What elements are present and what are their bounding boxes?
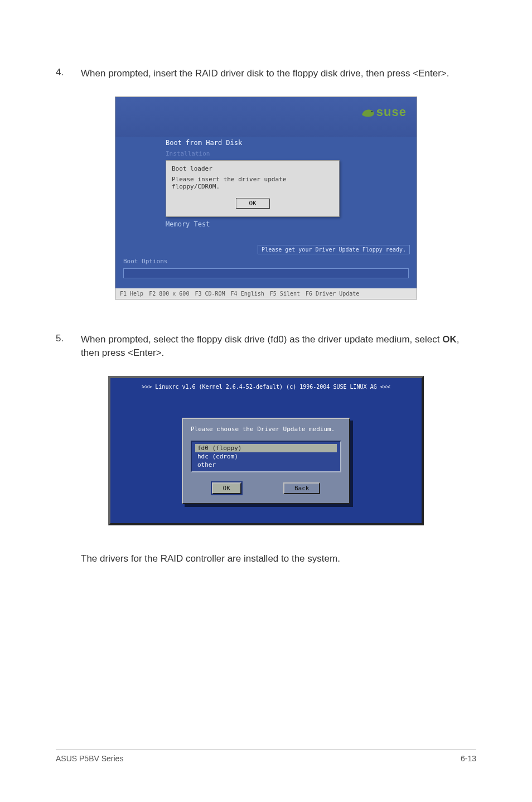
f4-language[interactable]: F4 English <box>231 291 264 297</box>
page-footer: ASUS P5BV Series 6-13 <box>56 749 476 763</box>
ok-button[interactable]: OK <box>236 198 269 209</box>
driver-update-hint: Please get your Driver Update Floppy rea… <box>258 245 410 254</box>
step-number: 4. <box>56 67 81 81</box>
medium-list: fd0 (floppy) hdc (cdrom) other <box>191 441 341 472</box>
step-4: 4. When prompted, insert the RAID driver… <box>56 67 476 81</box>
menu-installation[interactable]: Installation <box>166 148 366 159</box>
f3-cdrom[interactable]: F3 CD-ROM <box>195 291 225 297</box>
suse-logo-text: suse <box>376 105 407 119</box>
svg-point-0 <box>371 110 373 112</box>
f5-silent[interactable]: F5 Silent <box>270 291 300 297</box>
suse-menu: Boot from Hard Disk Installation Boot lo… <box>115 137 417 254</box>
ok-bold: OK <box>442 334 457 345</box>
dialog-buttons: OK Back <box>191 482 341 494</box>
list-item-fd0[interactable]: fd0 (floppy) <box>195 444 337 452</box>
driver-update-dialog: Please choose the Driver Update medium. … <box>182 418 350 504</box>
step-text: When prompted, select the floppy disk dr… <box>81 333 476 360</box>
list-item-hdc[interactable]: hdc (cdrom) <box>195 452 337 461</box>
step-number: 5. <box>56 333 81 360</box>
footer-right: 6-13 <box>461 754 476 763</box>
suse-boot-screen: suse Boot from Hard Disk Installation Bo… <box>115 96 417 299</box>
f6-driver-update[interactable]: F6 Driver Update <box>306 291 359 297</box>
menu-memory-test[interactable]: Memory Test <box>166 217 366 231</box>
suse-chameleon-icon <box>361 106 375 118</box>
dialog-message: Please choose the Driver Update medium. <box>191 426 341 433</box>
bootloader-dialog: Boot loader Please insert the driver upd… <box>166 160 340 217</box>
closing-text: The drivers for the RAID controller are … <box>81 553 476 564</box>
linuxrc-screen: >>> Linuxrc v1.6 (Kernel 2.6.4-52-defaul… <box>108 376 424 525</box>
suse-logo: suse <box>361 105 407 119</box>
back-button[interactable]: Back <box>283 482 321 494</box>
footer-left: ASUS P5BV Series <box>56 754 123 763</box>
dialog-message: Please insert the driver update floppy/C… <box>172 176 333 190</box>
dialog-title: Boot loader <box>172 165 333 172</box>
suse-header: suse <box>115 97 417 137</box>
f1-help[interactable]: F1 Help <box>120 291 143 297</box>
step-5: 5. When prompted, select the floppy disk… <box>56 333 476 360</box>
linuxrc-title: >>> Linuxrc v1.6 (Kernel 2.6.4-52-defaul… <box>110 378 422 418</box>
boot-options-input[interactable] <box>123 268 409 278</box>
menu-boot-hd[interactable]: Boot from Hard Disk <box>166 137 366 148</box>
ok-button[interactable]: OK <box>212 482 241 494</box>
f2-resolution[interactable]: F2 800 x 600 <box>149 291 189 297</box>
boot-options-label: Boot Options <box>115 254 417 267</box>
step-text: When prompted, insert the RAID driver di… <box>81 67 449 81</box>
list-item-other[interactable]: other <box>195 461 337 469</box>
fkey-bar: F1 Help F2 800 x 600 F3 CD-ROM F4 Englis… <box>115 288 417 299</box>
